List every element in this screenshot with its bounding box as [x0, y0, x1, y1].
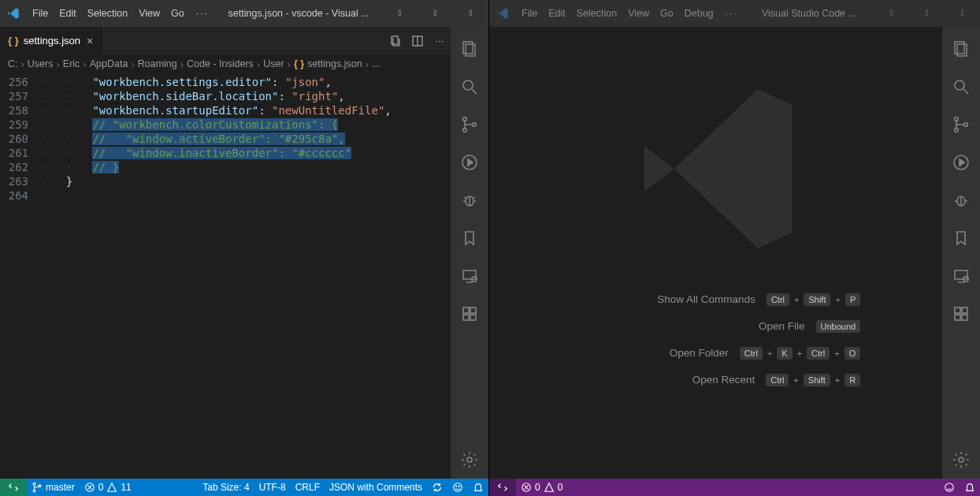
menu-overflow-icon[interactable]: ···	[719, 8, 744, 19]
bookmarks-icon[interactable]	[942, 219, 980, 257]
svg-point-39	[955, 129, 959, 132]
svg-rect-20	[463, 308, 469, 313]
editor-tabs: { } settings.json × ···	[0, 27, 451, 54]
extensions-icon[interactable]	[451, 295, 488, 333]
bookmarks-icon[interactable]	[451, 219, 488, 257]
close-icon[interactable]: 	[453, 0, 488, 27]
svg-point-25	[33, 483, 35, 485]
menu-selection[interactable]: Selection	[82, 0, 133, 27]
keybinding: Ctrl+Shift+P	[767, 293, 860, 306]
notifications-icon[interactable]	[960, 479, 980, 496]
breadcrumb[interactable]: C:› Users› Eric› AppData› Roaming› Code …	[0, 54, 451, 73]
remote-indicator-icon[interactable]	[489, 479, 516, 496]
welcome-page: Show All CommandsCtrl+Shift+POpen FileUn…	[489, 27, 942, 479]
problems-status[interactable]: 0 0	[516, 479, 567, 496]
split-editor-icon[interactable]	[406, 34, 429, 47]
vscode-logo-icon	[0, 7, 27, 20]
maximize-icon[interactable]: 	[909, 0, 945, 27]
debug-run-icon[interactable]	[942, 144, 980, 181]
svg-point-24	[467, 457, 472, 462]
remote-explorer-icon[interactable]	[942, 257, 980, 295]
svg-point-31	[454, 483, 462, 492]
json-file-icon: { }	[8, 35, 19, 47]
debug-run-icon[interactable]	[451, 144, 488, 181]
menu-view[interactable]: View	[133, 0, 165, 27]
menu-go[interactable]: Go	[655, 0, 679, 27]
keybinding: Ctrl+Shift+R	[766, 374, 860, 386]
feedback-icon[interactable]	[447, 479, 468, 496]
welcome-command: Open FileUnbound	[571, 320, 860, 333]
editor[interactable]: 256257258259260261262263264 · · "workben…	[0, 73, 451, 479]
svg-point-40	[964, 123, 968, 127]
tab-settings-json[interactable]: { } settings.json ×	[0, 27, 102, 54]
explorer-icon[interactable]	[942, 30, 980, 68]
activity-bar	[942, 27, 980, 479]
welcome-command: Open FolderCtrl+K+Ctrl+O	[571, 347, 860, 360]
debug-bug-icon[interactable]	[942, 181, 980, 219]
menu-edit[interactable]: Edit	[54, 0, 82, 27]
tab-label: settings.json	[24, 35, 80, 47]
svg-rect-23	[470, 315, 476, 320]
menu-file[interactable]: File	[516, 0, 543, 27]
welcome-command: Open RecentCtrl+Shift+R	[571, 374, 860, 386]
keybinding: Ctrl+K+Ctrl+O	[740, 347, 860, 360]
problems-status[interactable]: 0 11	[80, 479, 136, 496]
title-bar: File Edit Selection View Go ··· settings…	[0, 0, 488, 27]
title-bar: File Edit Selection View Go Debug ··· Vi…	[489, 0, 980, 27]
maximize-icon[interactable]: 	[418, 0, 453, 27]
welcome-command: Show All CommandsCtrl+Shift+P	[571, 293, 860, 306]
menu-view[interactable]: View	[622, 0, 655, 27]
remote-explorer-icon[interactable]	[451, 257, 488, 295]
svg-rect-50	[962, 308, 967, 313]
menu-selection[interactable]: Selection	[571, 0, 622, 27]
svg-point-8	[463, 129, 467, 132]
svg-line-16	[473, 197, 475, 199]
menu-edit[interactable]: Edit	[543, 0, 571, 27]
more-actions-icon[interactable]: ···	[429, 35, 451, 47]
open-changes-icon[interactable]	[384, 34, 406, 47]
svg-line-37	[963, 89, 968, 94]
git-branch-status[interactable]: master	[27, 479, 80, 496]
source-control-icon[interactable]	[942, 106, 980, 144]
search-icon[interactable]	[942, 68, 980, 106]
svg-rect-22	[463, 315, 469, 320]
vscode-logo-icon	[489, 7, 516, 20]
activity-bar	[451, 27, 488, 479]
settings-gear-icon[interactable]	[451, 441, 488, 479]
minimize-icon[interactable]: 	[874, 0, 909, 27]
menu-debug[interactable]: Debug	[679, 0, 719, 27]
menu-go[interactable]: Go	[165, 0, 190, 27]
explorer-icon[interactable]	[451, 30, 488, 68]
menu-file[interactable]: File	[27, 0, 54, 27]
source-control-icon[interactable]	[451, 106, 488, 144]
svg-rect-51	[955, 315, 960, 320]
encoding-status[interactable]: UTF-8	[254, 479, 291, 496]
status-bar: 0 0	[489, 479, 980, 496]
sync-status-icon[interactable]	[427, 479, 447, 496]
debug-bug-icon[interactable]	[451, 181, 488, 219]
line-number-gutter: 256257258259260261262263264	[0, 73, 39, 479]
extensions-icon[interactable]	[942, 295, 980, 333]
settings-gear-icon[interactable]	[942, 441, 980, 479]
remote-indicator-icon[interactable]	[0, 479, 27, 496]
svg-rect-0	[392, 36, 398, 44]
close-icon[interactable]: 	[945, 0, 980, 27]
svg-rect-21	[470, 308, 476, 313]
svg-point-57	[945, 483, 954, 492]
language-mode-status[interactable]: JSON with Comments	[325, 479, 427, 496]
minimize-icon[interactable]: 	[382, 0, 418, 27]
tab-close-icon[interactable]: ×	[85, 35, 95, 47]
keybinding: Unbound	[816, 320, 861, 333]
notifications-icon[interactable]	[468, 479, 488, 496]
menu-overflow-icon[interactable]: ···	[190, 8, 215, 19]
eol-status[interactable]: CRLF	[291, 479, 325, 496]
svg-point-7	[463, 117, 467, 121]
svg-line-15	[464, 197, 466, 199]
feedback-icon[interactable]	[939, 479, 960, 496]
svg-point-38	[955, 117, 959, 121]
svg-point-32	[456, 486, 457, 487]
command-label: Open Folder	[571, 347, 729, 359]
command-label: Open Recent	[597, 374, 755, 386]
search-icon[interactable]	[451, 68, 488, 106]
tab-size-status[interactable]: Tab Size: 4	[198, 479, 254, 496]
